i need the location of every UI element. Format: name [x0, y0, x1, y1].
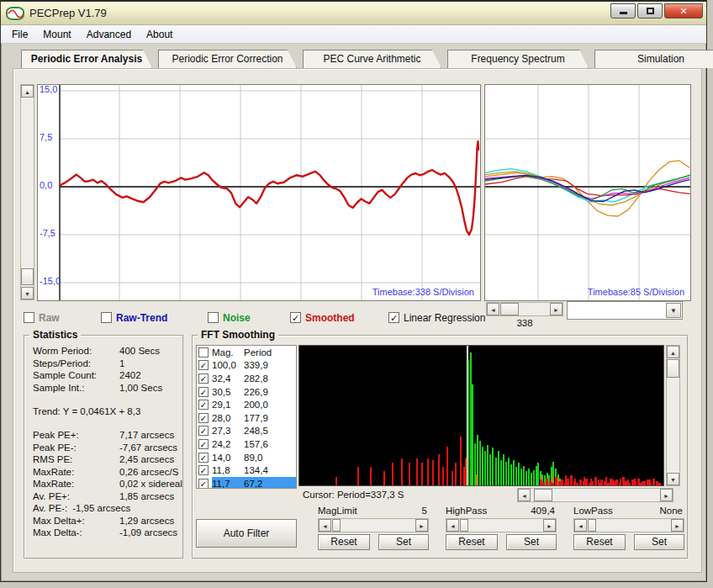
spectrum-hscrollbar[interactable]: ◄ ► [517, 488, 673, 502]
fft-list-row[interactable]: ✓14,089,0 [197, 451, 296, 464]
fft-list-row[interactable]: ✓100,0339,9 [197, 359, 296, 373]
lowpass-reset-button[interactable]: Reset [573, 534, 626, 550]
checkbox-unchecked[interactable] [198, 347, 209, 358]
worm-position-scrollbar[interactable]: ◄ ► [486, 302, 563, 316]
vscroll-thumb[interactable] [21, 268, 34, 285]
lowpass-set-button[interactable]: Set [634, 534, 684, 550]
fft-list-row[interactable]: ✓11,767,2 [197, 477, 296, 489]
fft-mag-value: 11,7 [212, 479, 244, 489]
spectrum-bar [515, 467, 517, 485]
hscroll-thumb[interactable] [500, 303, 519, 315]
minimize-button[interactable] [610, 3, 636, 19]
menu-item-about[interactable]: About [139, 27, 180, 42]
stat-value: 0,26 arcsec/S [119, 467, 178, 477]
spectrum-noise-bar [647, 479, 649, 485]
checkbox-checked[interactable]: ✓ [198, 413, 209, 423]
checkbox-checked[interactable]: ✓ [198, 439, 209, 449]
fft-list-row[interactable]: ✓32,4282,8 [197, 372, 296, 385]
checkbox-checked[interactable]: ✓ [198, 453, 209, 463]
scroll-left-icon[interactable]: ◄ [319, 519, 331, 532]
hscroll-thumb[interactable] [534, 489, 552, 501]
vscroll-thumb[interactable] [667, 359, 679, 378]
maximize-button[interactable] [637, 3, 663, 19]
title-bar[interactable]: PECPrep V1.79 ✕ [1, 2, 706, 25]
fft-list-row[interactable]: ✓27,3248,5 [197, 425, 296, 438]
scroll-left-icon[interactable]: ◄ [518, 489, 531, 501]
fft-spectrum-chart[interactable] [298, 345, 664, 486]
close-button[interactable]: ✕ [664, 3, 703, 19]
harmonics-chart[interactable] [484, 84, 691, 301]
scroll-right-icon[interactable]: ► [543, 519, 556, 532]
maglimit-reset-button[interactable]: Reset [318, 534, 370, 550]
menu-item-file[interactable]: File [4, 27, 35, 42]
scroll-left-icon[interactable]: ◄ [574, 519, 587, 532]
tab-periodic-error-analysis[interactable]: Periodic Error Analysis [21, 50, 152, 68]
lowpass-label: LowPass [573, 506, 613, 516]
scroll-left-icon[interactable]: ◄ [487, 303, 499, 315]
periodic-error-chart[interactable] [37, 84, 481, 301]
tab-pec-curve-arithmetic[interactable]: PEC Curve Arithmetic [303, 50, 441, 68]
scroll-right-icon[interactable]: ► [550, 303, 562, 315]
scroll-right-icon[interactable]: ► [671, 519, 684, 532]
tab-simulation[interactable]: Simulation [594, 50, 713, 68]
checkbox-checked[interactable]: ✓ [198, 373, 209, 384]
y-tick-label: -7,5 [40, 228, 55, 238]
fft-list-row[interactable]: ✓28,0177,9 [197, 411, 296, 425]
spectrum-bar [510, 464, 512, 485]
lowpass-slider[interactable]: ◄► [573, 518, 684, 532]
stat-label: Sample Count: [33, 370, 119, 380]
menu-item-mount[interactable]: Mount [35, 27, 78, 42]
checkbox-checked[interactable]: ✓ [198, 387, 209, 397]
fft-list-row[interactable]: ✓11,8134,4 [197, 464, 296, 477]
checkbox-checked[interactable]: ✓ [198, 465, 209, 475]
spectrum-bar [427, 458, 429, 485]
scroll-up-icon[interactable]: ▲ [21, 85, 34, 98]
spectrum-noise-bar [555, 477, 557, 485]
checkbox-checked[interactable]: ✓ [198, 400, 209, 410]
curve-select-combobox[interactable]: ▼ [567, 301, 683, 320]
fft-component-list[interactable]: Mag.Period✓100,0339,9✓32,4282,8✓30,5226,… [196, 345, 297, 489]
checkbox-checked[interactable]: ✓ [198, 426, 209, 436]
checkbox-unchecked[interactable] [208, 312, 219, 323]
highpass-reset-button[interactable]: Reset [446, 534, 498, 550]
checkbox-checked[interactable]: ✓ [388, 312, 399, 323]
scroll-up-icon[interactable]: ▲ [667, 346, 679, 358]
spectrum-bar [526, 471, 527, 485]
fft-list-row[interactable]: ✓29,1200,0 [197, 398, 296, 411]
toggle-linear-regression[interactable]: ✓Linear Regression [388, 311, 485, 324]
scroll-right-icon[interactable]: ► [660, 489, 673, 501]
highpass-set-button[interactable]: Set [506, 534, 557, 550]
spectrum-vscrollbar[interactable]: ▲ ▼ [666, 345, 680, 486]
toggle-raw-trend[interactable]: Raw-Trend [101, 311, 167, 324]
maglimit-set-button[interactable]: Set [378, 534, 429, 550]
fft-list-row[interactable]: ✓24,2157,6 [197, 437, 296, 451]
toggle-noise[interactable]: Noise [208, 311, 251, 324]
combo-dropdown-icon[interactable]: ▼ [666, 303, 681, 318]
scroll-down-icon[interactable]: ▼ [667, 473, 679, 485]
spectrum-noise-bar [656, 481, 658, 485]
tab-periodic-error-correction[interactable]: Periodic Error Correction [158, 50, 297, 68]
tab-frequency-spectrum[interactable]: Frequency Spectrum [447, 50, 589, 68]
spectrum-bar [495, 458, 497, 485]
highpass-slider[interactable]: ◄► [446, 518, 557, 532]
toggle-smoothed[interactable]: ✓Smoothed [290, 311, 355, 324]
slider-thumb[interactable] [588, 519, 596, 532]
left-chart-vscrollbar[interactable]: ▲ ▼ [20, 84, 34, 300]
scroll-down-icon[interactable]: ▼ [21, 287, 34, 299]
scroll-right-icon[interactable]: ► [415, 519, 428, 532]
checkbox-checked[interactable]: ✓ [198, 479, 209, 489]
stat-value: 400 Secs [119, 346, 160, 356]
checkbox-checked[interactable]: ✓ [198, 360, 209, 370]
fft-list-row[interactable]: ✓30,5226,9 [197, 385, 296, 399]
fft-period-value: 89,0 [244, 453, 262, 463]
scroll-left-icon[interactable]: ◄ [446, 519, 459, 532]
maglimit-slider[interactable]: ◄► [318, 518, 429, 532]
toggle-raw[interactable]: Raw [24, 311, 60, 324]
menu-item-advanced[interactable]: Advanced [79, 27, 139, 42]
slider-thumb[interactable] [460, 519, 468, 532]
auto-filter-button[interactable]: Auto Filter [196, 519, 297, 548]
checkbox-unchecked[interactable] [24, 312, 34, 323]
slider-thumb[interactable] [332, 519, 341, 532]
checkbox-unchecked[interactable] [101, 312, 112, 323]
checkbox-checked[interactable]: ✓ [290, 312, 301, 323]
